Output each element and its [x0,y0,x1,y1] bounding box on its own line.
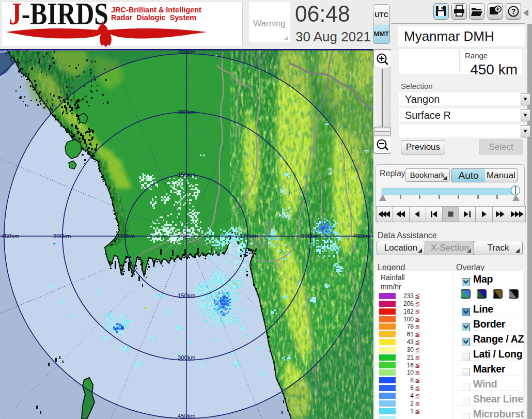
svg-text:150km: 150km [178,172,196,178]
svg-text:300km: 300km [178,354,196,361]
svg-text:300km: 300km [301,233,319,239]
svg-text:450km: 450km [2,233,20,239]
svg-text:?: ? [511,7,516,15]
svg-text:150km: 150km [240,233,258,239]
svg-text:450km: 450km [353,233,371,239]
svg-text:150km: 150km [117,233,135,239]
svg-text:300km: 300km [178,109,196,115]
svg-text:150km: 150km [178,292,196,299]
svg-text:300km: 300km [53,233,71,239]
svg-text:450km: 450km [178,413,196,419]
